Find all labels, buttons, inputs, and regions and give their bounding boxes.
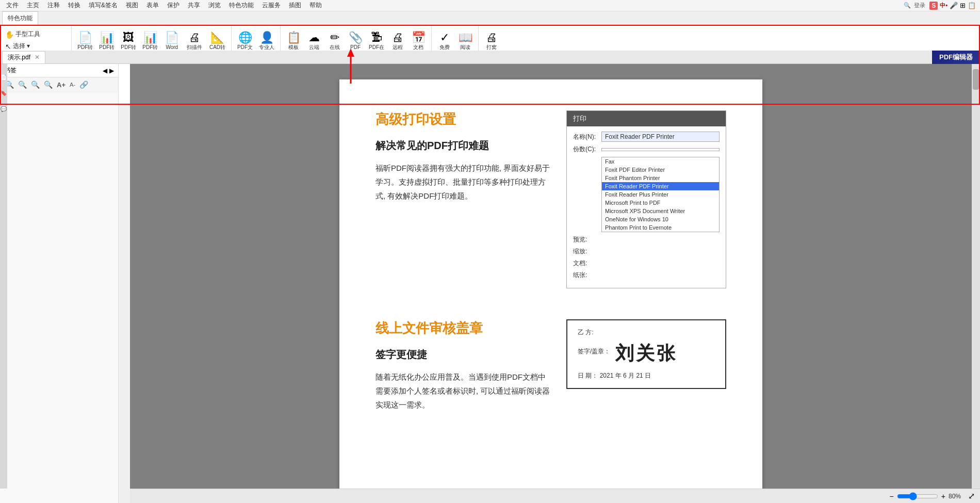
print-button[interactable]: 🖨 打窝: [482, 29, 501, 53]
bookmark-zoom-in-icon[interactable]: 🔍: [16, 79, 29, 90]
expand-button[interactable]: ⤢: [968, 491, 975, 501]
print-name-row: 名称(N): Foxit Reader PDF Printer: [573, 132, 720, 142]
zoom-slider[interactable]: [897, 492, 938, 500]
menu-help[interactable]: 帮助: [305, 0, 326, 11]
printer-foxit-phantom[interactable]: Foxit Phantom Printer: [602, 174, 719, 182]
print-preview-row: 预览:: [573, 235, 720, 244]
pdf-ppt-icon: 📊: [100, 31, 114, 44]
sig-left-label: 乙 方:: [578, 328, 715, 337]
menu-home[interactable]: 主页: [23, 0, 43, 11]
cad-pdf-icon: 📐: [210, 31, 224, 44]
sig-date-label: 日 期：: [578, 372, 598, 379]
print-list-row: Fax Foxit PDF Editor Printer Foxit Phant…: [573, 157, 720, 232]
print-scale-row: 缩放:: [573, 247, 720, 256]
left-icon-2[interactable]: 🔖: [1, 90, 7, 96]
print-section-subtitle: 解决常见的PDF打印难题: [375, 139, 551, 153]
left-icon-1[interactable]: 📄: [1, 74, 7, 80]
sig-section-title: 线上文件审核盖章: [375, 319, 551, 337]
menu-plugin[interactable]: 插图: [285, 0, 305, 11]
printer-ms-xps[interactable]: Microsoft XPS Document Writer: [602, 207, 719, 215]
sidebar-prev[interactable]: ◀: [103, 67, 107, 74]
sidebar-header: 书签 ◀ ▶: [0, 64, 118, 77]
print-paper-row: 纸张:: [573, 271, 720, 280]
doc-tab-close[interactable]: ✕: [35, 54, 40, 61]
printer-foxit-editor[interactable]: Foxit PDF Editor Printer: [602, 166, 719, 174]
zoom-minus-button[interactable]: −: [890, 492, 894, 500]
link-icon[interactable]: 🔗: [77, 79, 90, 90]
printer-foxit-reader[interactable]: Foxit Reader PDF Printer: [602, 182, 719, 190]
printer-foxit-plus[interactable]: Foxit Reader Plus Printer: [602, 190, 719, 199]
menu-special[interactable]: 特色功能: [225, 0, 258, 11]
tab-bar: 演示.pdf ✕: [0, 51, 980, 64]
sidebar: 书签 ◀ ▶ 🔍 🔍 🔍 🔍 A+ A- 🔗: [0, 64, 119, 503]
scan-word-icon: 🖨: [189, 31, 200, 44]
menu-browse[interactable]: 浏览: [204, 0, 225, 11]
tab-special-features[interactable]: 特色功能: [2, 11, 38, 25]
doc-meeting-icon: 📅: [412, 31, 426, 44]
page-area: 高级打印设置 解决常见的PDF打印难题 福昕PDF阅读器拥有强大的打印功能, 界…: [130, 64, 972, 503]
template-icon: 📋: [287, 31, 301, 44]
pdf-excel-icon: 📊: [143, 31, 157, 44]
brand-label: 中•: [940, 2, 948, 9]
print-doc-label: 文档:: [573, 259, 601, 268]
print-copies-input[interactable]: [601, 148, 720, 151]
sig-section-subtitle: 签字更便捷: [375, 348, 551, 362]
pdf-editor-tab[interactable]: PDF编辑器: [932, 51, 980, 64]
printer-fax[interactable]: Fax: [602, 157, 719, 166]
menu-form[interactable]: 表单: [142, 0, 163, 11]
sig-date-value: 2021 年 6 月 21 日: [600, 372, 651, 379]
scrollbar-thumb[interactable]: [973, 69, 979, 90]
menu-sign[interactable]: 填写&签名: [85, 0, 122, 11]
sidebar-next[interactable]: ▶: [109, 67, 114, 74]
menu-bar: 文件 主页 注释 转换 填写&签名 视图 表单 保护 共享 浏览 特色功能 云服…: [0, 0, 980, 11]
printer-ms-pdf[interactable]: Microsoft Print to PDF: [602, 199, 719, 207]
print-doc-row: 文档:: [573, 259, 720, 268]
sig-box-area: 乙 方: 签字/盖章： 刘关张 日 期： 2021 年 6 月 21 日: [566, 319, 726, 412]
remote-print-icon: 🖨: [392, 31, 403, 44]
print-copies-row: 份数(C):: [573, 145, 720, 154]
print-icon: 🖨: [486, 31, 497, 44]
doc-tab-name: 演示.pdf: [8, 53, 30, 62]
scrollbar[interactable]: [972, 64, 980, 503]
select-tool-button[interactable]: ↖ 选择 ▾: [3, 41, 42, 52]
menu-protect[interactable]: 保护: [163, 0, 184, 11]
clipboard-icon[interactable]: 📋: [968, 2, 976, 9]
mic-icon[interactable]: 🎤: [950, 2, 958, 9]
zoom-plus-button[interactable]: +: [941, 492, 945, 500]
main-area: 高级打印设置 解决常见的PDF打印难题 福昕PDF阅读器拥有强大的打印功能, 界…: [130, 64, 980, 503]
pdf-translate-icon: 🌐: [238, 31, 252, 44]
search-box[interactable]: 🔍: [904, 2, 911, 9]
bookmark-add-icon[interactable]: 🔍: [42, 79, 55, 90]
pdf-page: 高级打印设置 解决常见的PDF打印难题 福昕PDF阅读器拥有强大的打印功能, 界…: [339, 79, 762, 492]
left-icon-3[interactable]: 💬: [1, 106, 7, 112]
hand-tool-button[interactable]: ✋ 手型工具: [3, 29, 42, 40]
print-name-label: 名称(N):: [573, 133, 601, 141]
login-button[interactable]: 登录: [914, 2, 925, 9]
printer-evernote[interactable]: Phantom Print to Evernote: [602, 223, 719, 232]
menu-file[interactable]: 文件: [2, 0, 23, 11]
print-dialog-area: 打印 名称(N): Foxit Reader PDF Printer 份数(C)…: [566, 110, 726, 288]
font-decrease-icon[interactable]: A-: [68, 80, 77, 89]
doc-tab[interactable]: 演示.pdf ✕: [2, 51, 45, 63]
menu-cloud[interactable]: 云服务: [258, 0, 285, 11]
foxit-s-icon: S: [929, 2, 938, 10]
print-section-title: 高级打印设置: [375, 110, 551, 128]
menu-convert[interactable]: 转换: [64, 0, 85, 11]
menu-share[interactable]: 共享: [184, 0, 204, 11]
bookmark-zoom-out-icon[interactable]: 🔍: [29, 79, 42, 90]
print-dialog: 打印 名称(N): Foxit Reader PDF Printer 份数(C)…: [566, 110, 726, 288]
print-scale-label: 缩放:: [573, 247, 601, 256]
word-pdf-icon: 📄: [165, 31, 179, 44]
font-increase-icon[interactable]: A+: [55, 80, 68, 90]
printer-onenote[interactable]: OneNote for Windows 10: [602, 215, 719, 223]
signature-section: 线上文件审核盖章 签字更便捷 随着无纸化办公应用普及。当遇到使用PDF文档中需要…: [375, 319, 726, 412]
select-icon: ↖: [5, 42, 11, 51]
print-list: Fax Foxit PDF Editor Printer Foxit Phant…: [601, 157, 720, 232]
pdf-compress-icon: 🗜: [371, 31, 382, 44]
menu-annotate[interactable]: 注释: [43, 0, 64, 11]
print-dialog-header: 打印: [567, 111, 726, 126]
print-label: 打窝: [486, 44, 497, 51]
menu-view[interactable]: 视图: [122, 0, 142, 11]
pdf-jpg-icon: 🖼: [123, 31, 134, 44]
grid-icon[interactable]: ⊞: [960, 2, 966, 9]
